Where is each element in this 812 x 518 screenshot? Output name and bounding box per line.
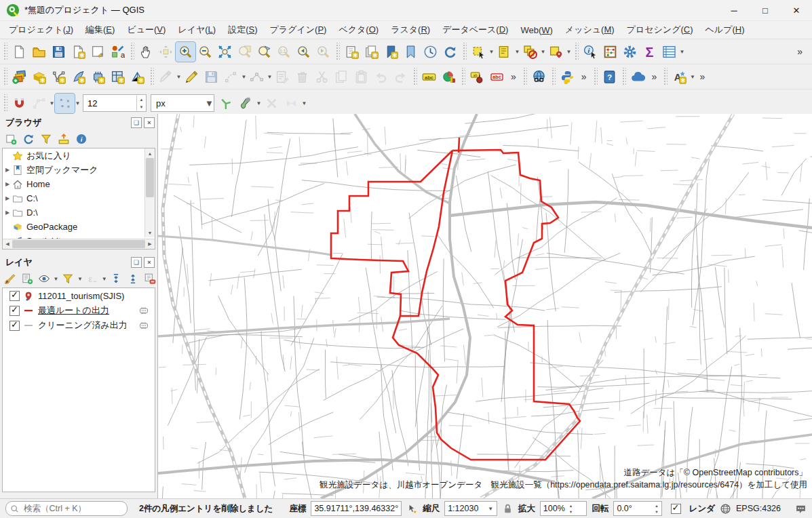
modify-attributes-button[interactable]	[273, 67, 292, 87]
cloud-button[interactable]	[628, 67, 648, 87]
annotation-dropdown[interactable]: ▼	[689, 74, 695, 80]
add-group-button[interactable]	[20, 271, 35, 287]
menu-12[interactable]: プロセシング(C)	[621, 22, 699, 38]
expand-arrow-icon[interactable]: ▶	[3, 167, 12, 173]
save-project-button[interactable]	[49, 42, 69, 62]
toolbar-overflow-button[interactable]: »	[648, 71, 661, 82]
new-memory-layer-button[interactable]	[88, 67, 108, 87]
new-spatialite-layer-button[interactable]	[69, 67, 88, 87]
toolbar-handle[interactable]	[412, 68, 417, 85]
undo-button[interactable]	[371, 67, 391, 87]
toolbar-overflow-button[interactable]: »	[577, 71, 591, 82]
snapping-intersection-dropdown[interactable]: ▼	[256, 100, 262, 106]
snap-tolerance-input[interactable]	[83, 98, 136, 109]
menu-4[interactable]: レイヤ(L)	[172, 22, 222, 38]
filter-legend-dropdown[interactable]: ▼	[77, 276, 83, 282]
layer-visibility-checkbox[interactable]	[9, 321, 20, 331]
toolbar-handle[interactable]	[3, 43, 7, 60]
highlight-pinned-labels-button[interactable]: abc	[487, 67, 507, 87]
layer-row-1[interactable]: 112011_tourism(SJIS)	[3, 288, 155, 303]
snapping-edit-button[interactable]	[29, 94, 49, 113]
menu-9[interactable]: データベース(D)	[436, 22, 514, 38]
browser-item-1[interactable]: お気に入り	[3, 148, 155, 163]
new-bookmark-button[interactable]	[381, 42, 401, 62]
snap-units-combobox[interactable]: px▼	[151, 94, 214, 112]
zoom-to-selection-button[interactable]	[235, 42, 254, 62]
processing-toolbox-button[interactable]	[620, 42, 640, 62]
toolbar-overflow-button[interactable]: »	[793, 46, 807, 57]
menu-3[interactable]: ビュー(V)	[121, 22, 172, 38]
browser-item-3[interactable]: ▶Home	[3, 177, 155, 191]
menu-5[interactable]: 設定(S)	[222, 22, 263, 38]
layer-diagram-button[interactable]	[439, 67, 459, 87]
browser-item-6[interactable]: GeoPackage	[3, 220, 155, 234]
expand-arrow-icon[interactable]: ▶	[3, 210, 12, 216]
select-by-form-button[interactable]	[495, 42, 514, 62]
select-features-dropdown[interactable]: ▼	[488, 49, 495, 55]
crs-globe-icon[interactable]	[720, 503, 731, 515]
browser-item-2[interactable]: ▶空間ブックマーク	[3, 163, 155, 177]
add-feature-dropdown[interactable]: ▼	[241, 74, 247, 80]
select-by-location-button[interactable]	[546, 42, 566, 62]
data-source-manager-button[interactable]	[9, 67, 29, 87]
zoom-last-button[interactable]	[294, 42, 313, 62]
filter-expression-dropdown[interactable]: ▼	[101, 276, 107, 282]
menu-2[interactable]: 編集(E)	[79, 22, 121, 38]
locator-search[interactable]	[5, 501, 128, 516]
layer-labeling-button[interactable]: abc	[419, 67, 439, 87]
toggle-editing-button[interactable]	[182, 67, 201, 87]
style-manager-button[interactable]: a	[108, 42, 128, 62]
scale-combobox[interactable]: 1:12030▼	[444, 501, 497, 516]
pin-labels-button[interactable]: ab	[467, 67, 487, 87]
rotation-spinbox[interactable]: 0.0° ▲▼	[613, 501, 661, 516]
attribute-table-dropdown[interactable]: ▼	[679, 49, 685, 55]
zoom-in-button[interactable]	[176, 42, 195, 62]
delete-selected-button[interactable]	[292, 67, 312, 87]
snapping-intersection-button[interactable]	[236, 94, 256, 113]
snapping-magnet-button[interactable]	[9, 94, 29, 113]
disable-snapping-button[interactable]	[262, 94, 282, 113]
new-layout-button[interactable]	[342, 42, 362, 62]
close-button[interactable]: ✕	[781, 0, 812, 20]
statistical-summary-button[interactable]	[600, 42, 620, 62]
layers-close-button[interactable]: ×	[144, 257, 155, 268]
toolbar-handle[interactable]	[663, 68, 668, 85]
toolbar-handle[interactable]	[3, 94, 7, 112]
duplicate-layout-button[interactable]	[362, 42, 381, 62]
expand-arrow-icon[interactable]: ▶	[3, 181, 12, 187]
menu-7[interactable]: ベクタ(O)	[332, 22, 385, 38]
new-shapefile-layer-button[interactable]	[49, 67, 69, 87]
manage-map-themes-button[interactable]	[36, 271, 52, 287]
zoom-out-button[interactable]	[195, 42, 215, 62]
open-project-button[interactable]	[29, 42, 49, 62]
redo-button[interactable]	[391, 67, 410, 87]
extent-pointer-icon[interactable]	[406, 503, 418, 515]
attribute-table-button[interactable]	[659, 42, 679, 62]
render-checkbox[interactable]	[671, 504, 681, 514]
toolbar-handle[interactable]	[461, 68, 465, 85]
new-from-template-button[interactable]	[69, 42, 88, 62]
search-input[interactable]	[22, 503, 113, 514]
toolbar-handle[interactable]	[593, 68, 598, 85]
filter-browser-button[interactable]	[38, 131, 54, 147]
crs-status[interactable]: EPSG:4326	[736, 504, 781, 513]
layer-visibility-checkbox[interactable]	[9, 306, 20, 316]
browser-close-button[interactable]: ×	[144, 117, 155, 128]
menu-13[interactable]: ヘルプ(H)	[699, 22, 751, 38]
toolbar-overflow-button[interactable]: »	[695, 71, 709, 82]
new-geopackage-layer-button[interactable]	[29, 67, 49, 87]
new-project-button[interactable]	[9, 42, 29, 62]
toolbar-handle[interactable]	[335, 43, 340, 60]
menu-11[interactable]: メッシュ(M)	[559, 22, 621, 38]
zoom-next-button[interactable]	[313, 42, 333, 62]
select-by-location-dropdown[interactable]: ▼	[566, 49, 572, 55]
snapping-type-dropdown[interactable]: ▼	[75, 100, 81, 106]
collapse-all-layers-button[interactable]	[125, 271, 141, 287]
deselect-all-dropdown[interactable]: ▼	[540, 49, 546, 55]
browser-add-layer-button[interactable]	[3, 131, 19, 147]
memory-layer-indicator-icon[interactable]	[138, 320, 151, 331]
vertex-tool-button[interactable]	[247, 67, 267, 87]
expand-all-layers-button[interactable]	[109, 271, 124, 287]
layers-float-button[interactable]: ❏	[131, 257, 142, 268]
layer-visibility-checkbox[interactable]	[9, 291, 20, 301]
